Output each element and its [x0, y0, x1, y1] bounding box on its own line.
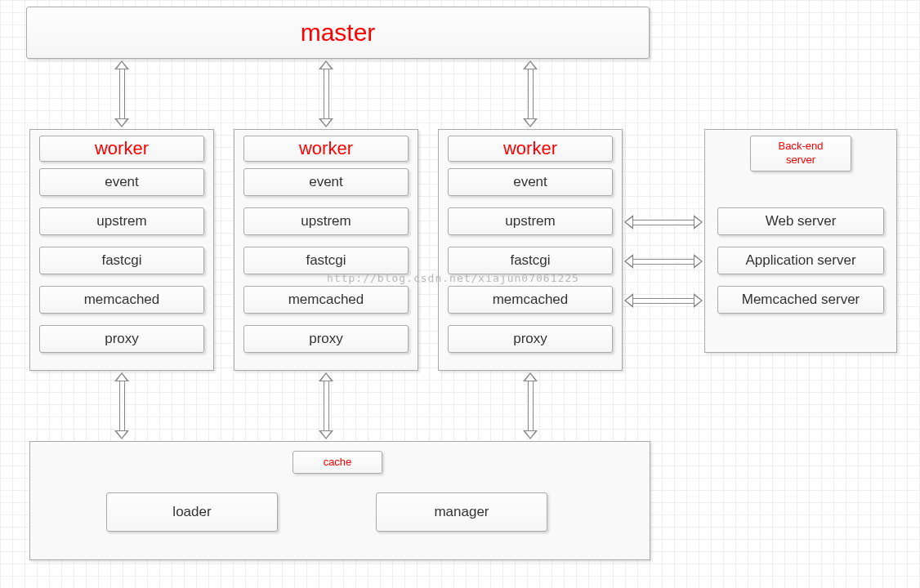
backend-title: Back-end server	[750, 136, 851, 172]
arrow-memcached-memcachedserver	[624, 293, 703, 308]
watermark: http://blog.csdn.net/xiajun07061225	[327, 272, 579, 284]
worker-1-item-proxy: proxy	[39, 325, 204, 353]
worker-title-label: worker	[95, 138, 149, 159]
master-title: master	[301, 19, 376, 47]
arrow-fastcgi-appserver	[624, 254, 703, 269]
worker-title-1: worker	[39, 136, 204, 162]
arrow-master-worker-2	[319, 60, 333, 127]
cache-title: cache	[293, 451, 382, 474]
arrow-master-worker-3	[523, 60, 538, 127]
worker-3-item-upstrem: upstrem	[448, 207, 613, 235]
arrow-master-worker-1	[114, 60, 129, 127]
arrow-upstrem-webserver	[624, 215, 703, 229]
backend-web-server: Web server	[717, 207, 884, 235]
worker-title-2: worker	[243, 136, 409, 162]
item-label: Web server	[766, 213, 837, 229]
backend-memcached-server: Memcached server	[717, 286, 884, 314]
worker-3-item-event: event	[448, 168, 613, 196]
worker-2-item-memcached: memcached	[243, 286, 409, 314]
item-label: memcached	[493, 292, 569, 308]
item-label: Application server	[745, 252, 855, 269]
worker-1-item-upstrem: upstrem	[39, 207, 204, 235]
watermark-text: http://blog.csdn.net/xiajun07061225	[327, 272, 579, 284]
worker-2-item-event: event	[243, 168, 409, 196]
item-label: memcached	[288, 292, 364, 308]
worker-2-item-fastcgi: fastcgi	[243, 247, 409, 274]
worker-title-3: worker	[448, 136, 613, 162]
item-label: event	[105, 174, 139, 190]
worker-title-label: worker	[503, 138, 557, 159]
worker-2-item-upstrem: upstrem	[243, 207, 409, 235]
item-label: proxy	[105, 331, 139, 347]
arrow-worker3-cache	[523, 372, 538, 439]
worker-3-item-fastcgi: fastcgi	[448, 247, 613, 274]
item-label: upstrem	[505, 213, 555, 229]
item-label: fastcgi	[101, 252, 141, 269]
item-label: memcached	[84, 292, 160, 308]
worker-1-item-event: event	[39, 168, 204, 196]
item-label: manager	[434, 504, 489, 520]
item-label: proxy	[309, 331, 343, 347]
backend-title-label: Back-end server	[779, 140, 824, 167]
item-label: fastcgi	[510, 252, 550, 269]
cache-loader: loader	[106, 492, 278, 532]
item-label: loader	[172, 504, 211, 520]
master-box: master	[26, 7, 650, 59]
item-label: Memcached server	[742, 292, 860, 308]
item-label: upstrem	[96, 213, 146, 229]
item-label: fastcgi	[306, 252, 346, 269]
item-label: event	[513, 174, 547, 190]
worker-3-item-memcached: memcached	[448, 286, 613, 314]
arrow-worker1-cache	[114, 372, 129, 439]
worker-title-label: worker	[299, 138, 353, 159]
item-label: event	[309, 174, 343, 190]
item-label: upstrem	[301, 213, 351, 229]
item-label: proxy	[513, 331, 547, 347]
worker-3-item-proxy: proxy	[448, 325, 613, 353]
worker-2-item-proxy: proxy	[243, 325, 409, 353]
backend-application-server: Application server	[717, 247, 884, 274]
arrow-worker2-cache	[319, 372, 333, 439]
worker-1-item-memcached: memcached	[39, 286, 204, 314]
worker-1-item-fastcgi: fastcgi	[39, 247, 204, 274]
cache-title-label: cache	[324, 456, 352, 470]
cache-manager: manager	[376, 492, 547, 532]
